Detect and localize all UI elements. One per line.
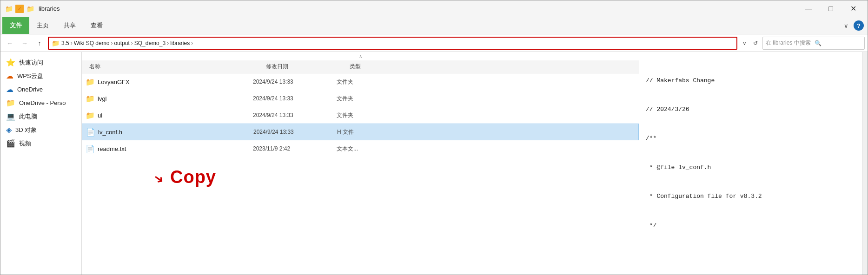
close-button[interactable]: ✕: [842, 0, 864, 17]
sidebar-label-onedrive-personal: OneDrive - Perso: [19, 99, 66, 106]
tab-share[interactable]: 共享: [56, 17, 83, 34]
cloud-wps-icon: ☁: [6, 72, 13, 80]
window-inner: ⭐ 快速访问 ☁ WPS云盘 ☁ OneDrive 📁 OneDrive - P…: [0, 52, 868, 275]
sidebar-label-3dobjects: 3D 对象: [15, 126, 37, 134]
file-row-4[interactable]: 📄 readme.txt 2023/11/9 2:42 文本文...: [82, 140, 639, 157]
sidebar-item-onedrive-personal[interactable]: 📁 OneDrive - Perso: [0, 96, 81, 110]
sidebar-label-thispc: 此电脑: [19, 112, 37, 121]
window-controls: — □ ✕: [798, 0, 864, 17]
file-row-1[interactable]: 📁 lvgl 2024/9/24 13:33 文件夹: [82, 90, 639, 107]
scrollbar[interactable]: [862, 52, 868, 275]
code-line-1: // 2024/3/26: [646, 105, 855, 115]
file-name-2: 📁 ui: [86, 111, 253, 120]
folder-icon-title2: 📁: [26, 4, 35, 13]
tab-home[interactable]: 主页: [29, 17, 56, 34]
file-icon-4: 📄: [86, 144, 95, 153]
title-icons: 📁 ✓ 📁: [4, 4, 35, 13]
sidebar-item-onedrive[interactable]: ☁ OneDrive: [0, 83, 81, 96]
file-list-header: 名称 修改日期 类型: [82, 60, 639, 73]
file-date-2: 2024/9/24 13:33: [253, 112, 337, 118]
breadcrumb-item-3[interactable]: SQ_demo_3: [134, 40, 166, 46]
sidebar-item-videos[interactable]: 🎬 视频: [0, 137, 81, 150]
window: 📁 ✓ 📁 libraries — □ ✕ 文件 主页 共享 查看 ∨ ? ← …: [0, 0, 868, 275]
sidebar: ⭐ 快速访问 ☁ WPS云盘 ☁ OneDrive 📁 OneDrive - P…: [0, 52, 82, 275]
sidebar-label-wps: WPS云盘: [17, 72, 43, 80]
ribbon: 文件 主页 共享 查看 ∨ ?: [0, 17, 868, 34]
tab-view[interactable]: 查看: [83, 17, 110, 34]
back-button[interactable]: ←: [3, 37, 16, 50]
computer-icon: 💻: [6, 112, 15, 121]
code-panel: // Makerfabs Change // 2024/3/26 /** * @…: [639, 52, 862, 275]
col-header-date[interactable]: 修改日期: [262, 63, 346, 71]
code-line-0: // Makerfabs Change: [646, 76, 855, 86]
file-name-4: 📄 readme.txt: [86, 144, 253, 153]
title-bar: 📁 ✓ 📁 libraries — □ ✕: [0, 0, 868, 17]
window-title: libraries: [39, 5, 798, 12]
sidebar-label-onedrive: OneDrive: [17, 86, 43, 93]
sidebar-item-3dobjects[interactable]: ◈ 3D 对象: [0, 123, 81, 137]
folder-icon-1: 📁: [86, 94, 95, 103]
breadcrumb-item-4[interactable]: libraries: [170, 40, 190, 46]
file-name-1: 📁 lvgl: [86, 94, 253, 103]
folder-icon-title: 📁: [4, 4, 13, 13]
file-row-3[interactable]: 📄 lv_conf.h 2024/9/24 13:33 H 文件: [82, 124, 639, 140]
search-icon[interactable]: 🔍: [815, 40, 861, 46]
folder-icon-0: 📁: [86, 78, 95, 86]
search-bar[interactable]: 在 libraries 中搜索 🔍: [762, 37, 865, 50]
maximize-button[interactable]: □: [820, 0, 841, 17]
file-list-area: ∧ 名称 修改日期 类型 📁 LovyanGFX: [82, 52, 639, 275]
onedrive-icon: ☁: [6, 85, 13, 94]
address-controls: ∨ ↺: [739, 38, 761, 48]
help-button[interactable]: ?: [854, 20, 864, 31]
ribbon-right: ∨ ?: [841, 17, 866, 34]
file-date-0: 2024/9/24 13:33: [253, 79, 337, 85]
file-row-0[interactable]: 📁 LovyanGFX 2024/9/24 13:33 文件夹: [82, 73, 639, 90]
ribbon-tabs: 文件 主页 共享 查看 ∨ ?: [0, 17, 868, 34]
code-line-3: * @file lv_conf.h: [646, 163, 855, 173]
file-list: 📁 LovyanGFX 2024/9/24 13:33 文件夹 📁 lvgl 2…: [82, 73, 639, 275]
sidebar-item-wps[interactable]: ☁ WPS云盘: [0, 69, 81, 83]
folder-icon-2: 📁: [86, 111, 95, 120]
file-type-2: 文件夹: [337, 111, 383, 119]
col-header-type[interactable]: 类型: [346, 63, 392, 71]
folder-yellow-icon: 📁: [6, 98, 15, 107]
code-line-2: /**: [646, 134, 855, 144]
forward-button[interactable]: →: [18, 37, 31, 50]
file-name-3: 📄 lv_conf.h: [86, 128, 253, 137]
file-type-1: 文件夹: [337, 95, 383, 103]
address-folder-icon: 📁: [52, 39, 60, 47]
sidebar-label-quickaccess: 快速访问: [19, 59, 43, 67]
check-icon-title: ✓: [15, 5, 24, 13]
file-icon-3: 📄: [86, 128, 95, 137]
sidebar-item-thispc[interactable]: 💻 此电脑: [0, 110, 81, 123]
address-bar[interactable]: 📁 3.5 › Wiki SQ demo › output › SQ_demo_…: [48, 37, 737, 50]
sort-indicator: ∧: [82, 52, 639, 60]
minimize-button[interactable]: —: [798, 0, 819, 17]
breadcrumb-item-2[interactable]: output: [114, 40, 129, 46]
file-date-3: 2024/9/24 13:33: [253, 129, 337, 135]
sidebar-item-quickaccess[interactable]: ⭐ 快速访问: [0, 56, 81, 69]
file-type-0: 文件夹: [337, 78, 383, 86]
address-dropdown-button[interactable]: ∨: [739, 38, 749, 48]
breadcrumb: 3.5 › Wiki SQ demo › output › SQ_demo_3 …: [61, 40, 193, 46]
search-placeholder: 在 libraries 中搜索: [766, 39, 813, 47]
breadcrumb-item-1[interactable]: Wiki SQ demo: [74, 40, 110, 46]
up-button[interactable]: ↑: [33, 37, 46, 50]
cube-icon: ◈: [6, 125, 12, 134]
ribbon-collapse-button[interactable]: ∨: [841, 20, 852, 31]
col-header-name[interactable]: 名称: [86, 63, 262, 71]
address-refresh-button[interactable]: ↺: [750, 38, 761, 48]
breadcrumb-item-0[interactable]: 3.5: [61, 40, 69, 46]
code-line-4: * Configuration file for v8.3.2: [646, 192, 855, 202]
sidebar-label-videos: 视频: [19, 139, 31, 148]
file-row-2[interactable]: 📁 ui 2024/9/24 13:33 文件夹: [82, 107, 639, 124]
file-date-4: 2023/11/9 2:42: [253, 145, 337, 152]
star-icon: ⭐: [6, 58, 15, 67]
video-icon: 🎬: [6, 139, 15, 148]
code-line-6: [646, 250, 855, 260]
file-type-4: 文本文...: [337, 145, 383, 153]
file-date-1: 2024/9/24 13:33: [253, 95, 337, 102]
file-name-0: 📁 LovyanGFX: [86, 78, 253, 86]
tab-file[interactable]: 文件: [2, 17, 29, 34]
code-line-5: */: [646, 221, 855, 231]
